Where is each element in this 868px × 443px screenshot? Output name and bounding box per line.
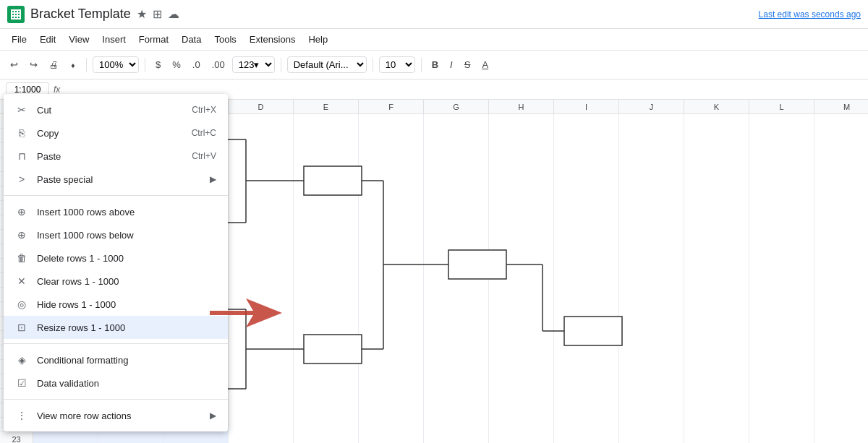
cell[interactable] [229, 317, 294, 331]
cell[interactable] [749, 374, 814, 389]
cell[interactable] [229, 374, 294, 389]
cell[interactable] [229, 172, 294, 186]
context-menu-item-10[interactable]: ◈Conditional formatting [4, 348, 228, 371]
cell[interactable] [814, 331, 868, 345]
cell[interactable] [814, 302, 868, 317]
decimal0-button[interactable]: .0 [188, 56, 205, 73]
menu-item-view[interactable]: View [63, 31, 95, 48]
cell[interactable] [554, 288, 619, 302]
cell[interactable] [749, 273, 814, 288]
cell[interactable] [554, 114, 619, 129]
cell[interactable] [749, 432, 814, 443]
cell[interactable] [229, 114, 294, 129]
cell[interactable] [619, 143, 684, 158]
cell[interactable] [294, 403, 359, 418]
cell[interactable] [684, 331, 749, 345]
cell[interactable] [684, 273, 749, 288]
cell[interactable] [489, 418, 554, 432]
context-menu-item-3[interactable]: >Paste special▶ [4, 168, 228, 191]
cell[interactable] [489, 374, 554, 389]
cell[interactable] [294, 230, 359, 244]
cell[interactable] [489, 345, 554, 360]
cell[interactable] [359, 331, 424, 345]
cell[interactable] [229, 403, 294, 418]
cell[interactable] [229, 201, 294, 215]
cell[interactable] [489, 215, 554, 230]
cell[interactable] [619, 259, 684, 273]
cell[interactable] [294, 360, 359, 374]
cell[interactable] [489, 288, 554, 302]
cell[interactable] [619, 273, 684, 288]
cell[interactable] [619, 345, 684, 360]
cell[interactable] [229, 230, 294, 244]
cell[interactable] [619, 432, 684, 443]
cell[interactable] [424, 129, 489, 143]
cell[interactable] [749, 114, 814, 129]
cell[interactable] [554, 403, 619, 418]
cell[interactable] [814, 432, 868, 443]
cell[interactable] [749, 244, 814, 259]
cell[interactable] [749, 129, 814, 143]
cell[interactable] [489, 129, 554, 143]
decimal00-button[interactable]: .00 [208, 56, 229, 73]
cell[interactable] [294, 186, 359, 201]
cell[interactable] [554, 201, 619, 215]
menu-item-data[interactable]: Data [176, 31, 207, 48]
cell[interactable] [684, 230, 749, 244]
cell[interactable] [229, 143, 294, 158]
col-header-L[interactable]: L [749, 100, 814, 113]
cell[interactable] [489, 273, 554, 288]
cell[interactable] [619, 201, 684, 215]
cell[interactable] [489, 158, 554, 172]
cell[interactable] [814, 288, 868, 302]
cell[interactable] [229, 360, 294, 374]
font-size-select[interactable]: 10 [379, 56, 415, 73]
cell[interactable] [684, 302, 749, 317]
cell[interactable] [229, 302, 294, 317]
cell[interactable] [684, 201, 749, 215]
cell[interactable] [814, 186, 868, 201]
cell[interactable] [424, 114, 489, 129]
cell[interactable] [684, 259, 749, 273]
cell[interactable] [98, 432, 163, 443]
cell[interactable] [359, 432, 424, 443]
cell[interactable] [424, 215, 489, 230]
cell[interactable] [489, 244, 554, 259]
cell[interactable] [424, 201, 489, 215]
cell[interactable] [489, 432, 554, 443]
cell[interactable] [749, 302, 814, 317]
cell[interactable] [294, 302, 359, 317]
cell[interactable] [359, 302, 424, 317]
cell[interactable] [554, 172, 619, 186]
cell[interactable] [619, 172, 684, 186]
cell[interactable] [814, 129, 868, 143]
cell[interactable] [294, 215, 359, 230]
cell[interactable] [359, 158, 424, 172]
cell[interactable] [424, 172, 489, 186]
cell[interactable] [489, 317, 554, 331]
context-menu-item-0[interactable]: ✂CutCtrl+X [4, 98, 228, 121]
cell[interactable] [684, 114, 749, 129]
cell[interactable] [424, 360, 489, 374]
cell[interactable] [424, 186, 489, 201]
zoom-select[interactable]: 100% [93, 56, 139, 73]
cell[interactable] [684, 418, 749, 432]
cell[interactable] [554, 345, 619, 360]
menu-item-format[interactable]: Format [133, 31, 174, 48]
cell[interactable] [554, 129, 619, 143]
context-menu-item-1[interactable]: ⎘CopyCtrl+C [4, 121, 228, 145]
col-header-I[interactable]: I [554, 100, 619, 113]
context-menu-item-9[interactable]: ⊡Resize rows 1 - 1000 [4, 316, 228, 339]
cell[interactable] [619, 302, 684, 317]
cell[interactable] [489, 143, 554, 158]
formula-input[interactable] [64, 84, 862, 95]
row-number-23[interactable]: 23 [0, 432, 33, 443]
cell[interactable] [229, 418, 294, 432]
cell[interactable] [684, 345, 749, 360]
menu-item-extensions[interactable]: Extensions [244, 31, 302, 48]
context-menu-item-11[interactable]: ☑Data validation [4, 371, 228, 395]
cell[interactable] [684, 172, 749, 186]
cell[interactable] [814, 230, 868, 244]
cell[interactable] [294, 259, 359, 273]
cell[interactable] [814, 143, 868, 158]
